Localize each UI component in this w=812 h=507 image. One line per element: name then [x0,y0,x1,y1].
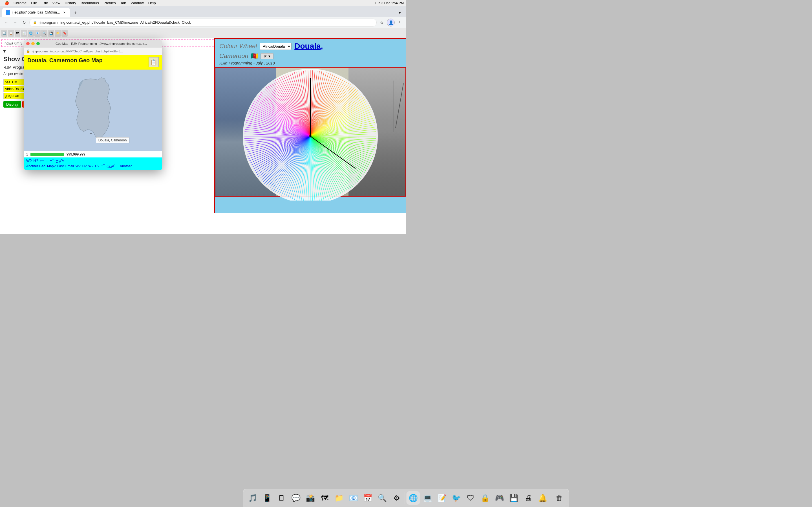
footer-link-w1[interactable]: W? [26,159,32,164]
apple-menu[interactable]: 🍎 [2,0,11,6]
bookmark-button[interactable]: ☆ [378,18,386,26]
history-menu[interactable]: History [63,0,79,6]
tab-bar: 🌐 i_eg.php?locale=bas_CM&timezone=Africa… [0,6,406,17]
bookmarks-toolbar: 🔄 📋 🗺 📊 🌐 📧 🔍 💾 📁 🔖 [0,28,406,38]
toolbar-item-3[interactable]: 🗺 [15,30,20,37]
colour-wheel-title: Colour Wheel [219,43,257,50]
notepad-icon[interactable]: 📋 [149,57,159,67]
menu-bar-right: Tue 3 Dec 1:54 PM [375,1,404,5]
popup-heading: Douala, Cameroon Geo Map [28,57,103,64]
lock-icon: 🔒 [33,20,37,24]
popup-title: Geo Map - RJM Programming - //www.rjmpro… [43,42,160,45]
footer-link-cm2[interactable]: CMW [107,164,114,169]
footer-link-mm[interactable]: -- [46,159,48,164]
svg-marker-0 [75,77,111,138]
tab-menu[interactable]: Tab [118,0,128,6]
colour-wheel-header: Colour Wheel Africa/Douala Douala, [215,39,406,52]
address-bar: ← → ↻ 🔒 rjmprogramming.com.au/i_eg.php?l… [0,17,406,28]
url-text: rjmprogramming.com.au/i_eg.php?locale=ba… [39,20,373,24]
flag-select-icon: 🏳 [264,54,267,58]
footer-link-tt2[interactable]: TT [101,164,105,169]
toolbar-item-6[interactable]: 📧 [35,30,41,37]
footer-links-row1: W? H? ++ -- TT CMW [26,159,160,164]
toolbar-item-8[interactable]: 💾 [48,30,54,37]
chrome-menu-button[interactable]: ⋮ [396,18,404,26]
douala-city-link[interactable]: Douala, [294,42,323,51]
footer-link-map[interactable]: Map? [47,164,56,169]
popup-minimize-button[interactable] [31,42,35,45]
footer-link-another[interactable]: Another [120,164,132,169]
toolbar-item-2[interactable]: 📋 [8,30,14,37]
timezone-dropdown[interactable]: Africa/Douala [260,43,292,50]
profiles-menu[interactable]: Profiles [101,0,118,6]
help-menu[interactable]: Help [146,0,158,6]
city-photo-left [215,68,276,196]
legend-max: 999,999,999 [66,152,86,156]
view-menu[interactable]: View [50,0,63,6]
footer-link-cm[interactable]: CMW [56,159,64,164]
geo-map-popup: Geo Map - RJM Programming - //www.rjmpro… [24,40,162,170]
footer-link-email[interactable]: Email [65,164,74,169]
footer-links-row2: Another Geo Map? Last Email W? H? W? H? … [26,164,160,169]
footer-link-h1[interactable]: H? [34,159,38,164]
footer-link-w3[interactable]: W? [88,164,93,169]
footer-link-tt[interactable]: TT [50,159,54,164]
toolbar-item-5[interactable]: 🌐 [28,30,34,37]
city-photo-middle [276,68,349,196]
tab-overflow-button[interactable]: ▾ [396,9,404,17]
popup-header: Douala, Cameroon Geo Map 📋 [24,55,162,69]
toolbar-item-4[interactable]: 📊 [21,30,27,37]
footer-link-plus[interactable]: + [116,164,118,169]
city-photos-area [215,67,406,196]
active-tab[interactable]: 🌐 i_eg.php?locale=bas_CM&timezone=Africa… [2,8,70,17]
toolbar-item-1[interactable]: 🔄 [1,30,7,37]
popup-url-text: rjmprogramming.com.au/PHP/GeoChart/geo_c… [32,50,123,53]
window-menu[interactable]: Window [128,0,146,6]
popup-url-bar: 🔒 rjmprogramming.com.au/PHP/GeoChart/geo… [24,48,162,55]
menu-bar: 🍎 Chrome File Edit View History Bookmark… [0,0,406,6]
cameroon-flag: 🇨🇲 [251,52,258,60]
footer-link-pp[interactable]: ++ [40,159,44,164]
rjm-date: RJM Programming - July , 2019 [215,60,406,66]
map-tooltip: Douala, Cameroon [96,137,130,144]
footer-link-last[interactable]: Last [57,164,64,169]
legend-min: 1 [26,152,28,156]
forward-button[interactable]: → [11,18,19,26]
popup-footer: W? H? ++ -- TT CMW Another Geo Map? Last… [24,158,162,170]
file-menu[interactable]: File [29,0,39,6]
photos-container [215,68,405,196]
chrome-menu[interactable]: Chrome [11,0,29,6]
bookmarks-menu[interactable]: Bookmarks [79,0,101,6]
country-name: Cameroon [219,52,248,60]
toolbar-item-7[interactable]: 🔍 [41,30,47,37]
tab-favicon: 🌐 [6,10,10,15]
edit-menu[interactable]: Edit [39,0,50,6]
toolbar-item-9[interactable]: 📁 [55,30,61,37]
main-content: ŋgwà ûm 3 Lìbuy li ŋyèe 2024 03:54:03 GM… [0,38,406,234]
map-legend: 1 999,999,999 [24,151,162,158]
back-button[interactable]: ← [2,18,10,26]
tab-title: i_eg.php?locale=bas_CM&timezone=Africa..… [12,10,60,14]
country-row: Cameroon 🇨🇲 🏳▾ [215,52,406,60]
tab-close-button[interactable]: ✕ [62,10,66,15]
popup-maximize-button[interactable] [36,42,40,45]
footer-link-another-geo[interactable]: Another Geo [26,164,45,169]
new-tab-button[interactable]: + [71,9,80,17]
footer-link-h2[interactable]: H? [82,164,87,169]
popup-titlebar: Geo Map - RJM Programming - //www.rjmpro… [24,40,162,48]
reload-button[interactable]: ↻ [20,18,28,26]
profile-button[interactable]: 👤 [387,18,395,26]
toolbar-item-10[interactable]: 🔖 [61,30,68,37]
city-photo-right [349,68,405,196]
colour-wheel-panel: Colour Wheel Africa/Douala Douala, Camer… [214,38,406,213]
popup-close-button[interactable] [26,42,30,45]
footer-link-w2[interactable]: W? [75,164,81,169]
url-bar[interactable]: 🔒 rjmprogramming.com.au/i_eg.php?locale=… [29,18,377,26]
legend-bar [31,153,64,156]
footer-link-h3[interactable]: H? [95,164,99,169]
menu-clock: Tue 3 Dec 1:54 PM [375,1,404,5]
cursor-indicator [90,133,92,134]
flag-button[interactable]: 🏳▾ [260,53,273,59]
map-area: Douala, Cameroon [24,69,162,151]
display-button[interactable]: Display [3,101,21,108]
